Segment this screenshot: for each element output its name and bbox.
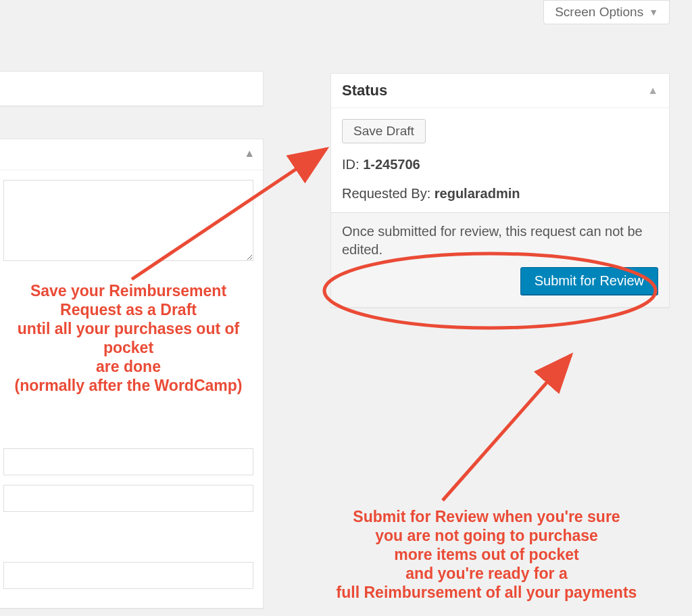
caret-up-icon: ▲	[647, 85, 658, 97]
title-input-box[interactable]	[0, 71, 264, 106]
sidebar: Status ▲ Save Draft ID: 1-245706 Request…	[330, 73, 670, 308]
annotation-text: full Reimbursement of all your payments	[337, 584, 637, 601]
status-footer: Once submitted for review, this request …	[331, 212, 669, 307]
save-draft-button[interactable]: Save Draft	[342, 119, 426, 143]
left-column: ▲	[0, 71, 264, 609]
caret-up-icon: ▲	[244, 147, 255, 160]
text-input-2[interactable]	[3, 485, 253, 512]
left-panel-header[interactable]: ▲	[0, 139, 263, 170]
notes-textarea[interactable]	[3, 180, 253, 261]
annotation-arrow	[443, 355, 571, 500]
annotation-text: more items out of pocket	[394, 546, 579, 563]
submit-for-review-button[interactable]: Submit for Review	[520, 267, 658, 295]
requested-by-value: regularadmin	[435, 186, 520, 201]
left-panel: ▲	[0, 139, 264, 609]
annotation-text: Submit for Review when you're sure	[353, 508, 620, 525]
screen-options-label: Screen Options	[555, 5, 643, 20]
screen-options-tab[interactable]: Screen Options ▼	[543, 0, 670, 24]
annotation-text: and you're ready for a	[405, 565, 568, 582]
status-header[interactable]: Status ▲	[331, 74, 669, 108]
submit-notice: Once submitted for review, this request …	[342, 222, 658, 259]
annotation-text: you are not going to purchase	[375, 527, 598, 544]
status-body: Save Draft ID: 1-245706 Requested By: re…	[331, 108, 669, 212]
status-metabox: Status ▲ Save Draft ID: 1-245706 Request…	[330, 73, 670, 308]
requested-by-line: Requested By: regularadmin	[342, 186, 658, 202]
id-label: ID:	[342, 157, 360, 172]
id-value: 1-245706	[363, 157, 420, 172]
chevron-down-icon: ▼	[649, 7, 658, 18]
text-input-3[interactable]	[3, 562, 253, 589]
requested-by-label: Requested By:	[342, 186, 430, 201]
status-title: Status	[342, 82, 387, 99]
id-line: ID: 1-245706	[342, 157, 658, 172]
text-input-1[interactable]	[3, 448, 253, 475]
